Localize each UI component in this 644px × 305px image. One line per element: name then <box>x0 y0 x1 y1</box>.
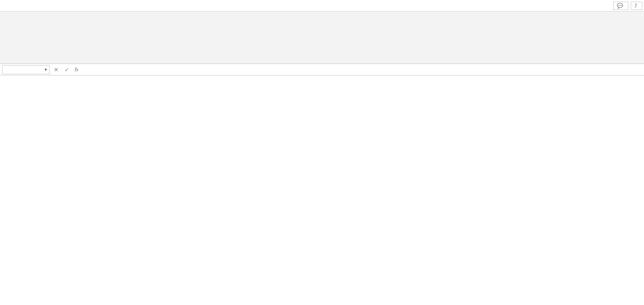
share-button[interactable]: ⤴ <box>631 2 642 10</box>
menu-bar: 💬 ⤴ <box>0 0 644 11</box>
enter-formula-icon[interactable]: ✓ <box>62 66 72 73</box>
ribbon <box>0 11 644 64</box>
formula-bar: ▼ ✕ ✓ fx <box>0 64 644 75</box>
name-box[interactable]: ▼ <box>2 65 50 74</box>
fx-icon[interactable]: fx <box>72 66 81 73</box>
comments-button[interactable]: 💬 <box>613 2 628 10</box>
share-icon: ⤴ <box>635 3 637 9</box>
cancel-formula-icon[interactable]: ✕ <box>51 66 62 73</box>
comment-icon: 💬 <box>617 3 623 9</box>
chevron-down-icon: ▼ <box>44 68 48 72</box>
